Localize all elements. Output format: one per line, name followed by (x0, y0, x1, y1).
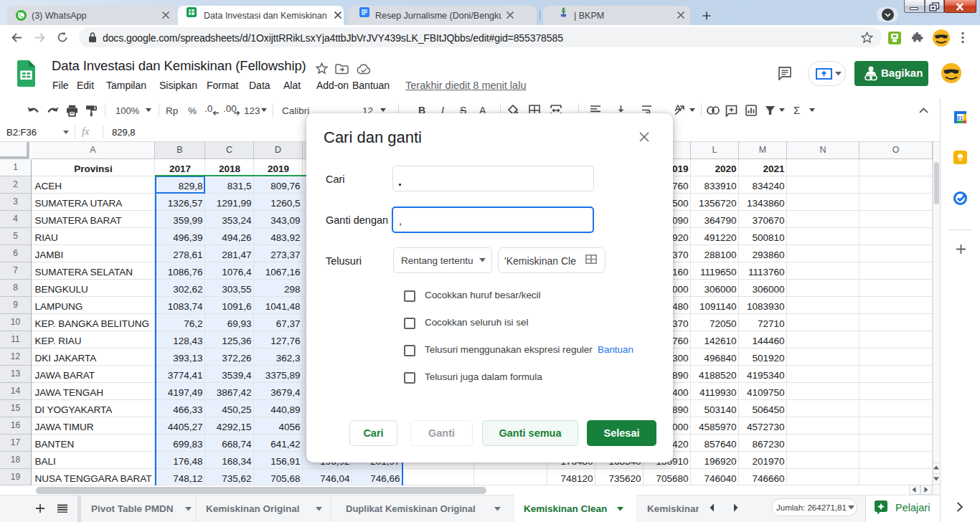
svg-text:31: 31 (957, 115, 963, 121)
